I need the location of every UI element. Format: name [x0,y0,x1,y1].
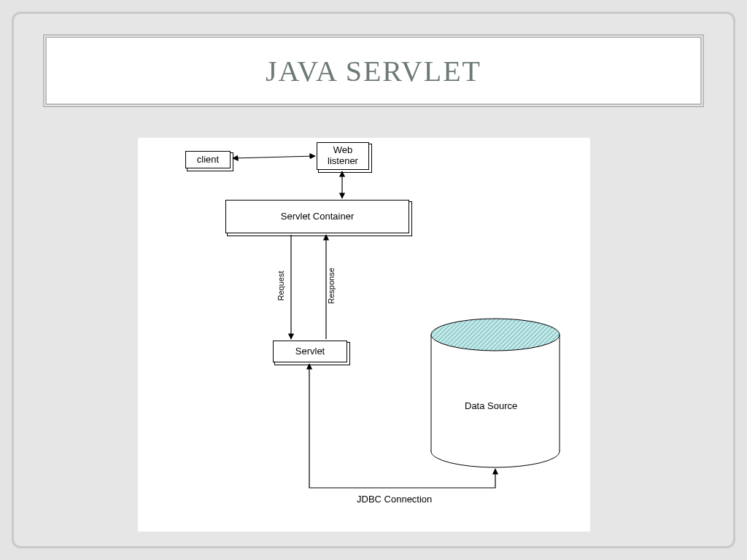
diagram-canvas: client Web listener Servlet Container Se… [138,138,590,532]
slide-title: JAVA SERVLET [266,54,481,88]
label-response: Response [327,268,336,304]
slide-frame: JAVA SERVLET client Web listener Servlet… [12,12,735,548]
arrow-client-weblistener [233,156,315,158]
label-request: Request [276,271,285,301]
arrows-layer [138,138,590,532]
title-box: JAVA SERVLET [43,34,704,107]
arrow-jdbc [309,364,495,488]
label-jdbc: JDBC Connection [357,494,432,505]
